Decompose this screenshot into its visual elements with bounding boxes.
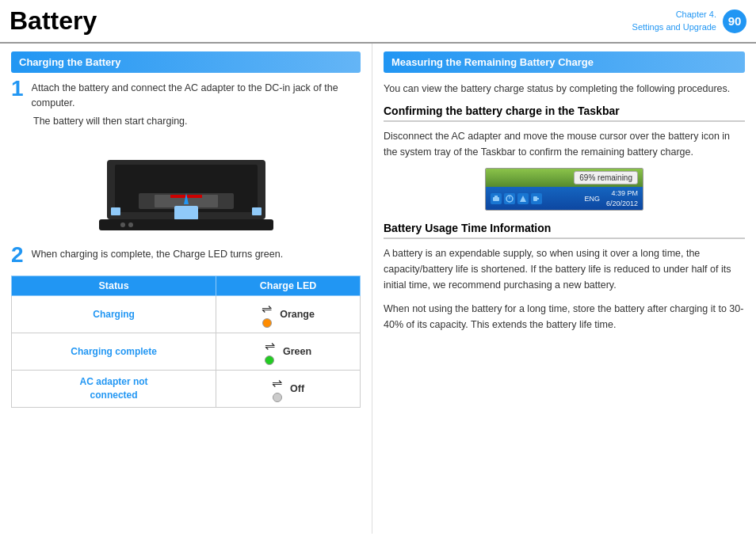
taskbar-subsection-title: Confirming the battery charge in the Tas… [384,105,745,122]
taskbar-icon4 [531,193,542,204]
step1-text: Attach the battery and connect the AC ad… [32,81,361,111]
charge-icon-off: ⇌ [272,375,282,390]
svg-point-11 [128,222,133,227]
step1-number: 1 [11,81,24,100]
svg-rect-17 [533,196,537,201]
charge-icon-charging: ⇌ [262,301,272,316]
taskbar-icon2 [504,193,515,204]
page-title: Battery [10,6,632,36]
main-content: Charging the Battery 1 Attach the batter… [0,44,756,534]
charge-icon-complete: ⇌ [265,338,275,353]
step1: 1 Attach the battery and connect the AC … [11,81,361,111]
taskbar-icon1 [491,193,502,204]
taskbar-screenshot: 69% remaining [485,168,643,211]
taskbar-top: 69% remaining [486,169,643,187]
svg-marker-16 [520,196,526,202]
status-charging-complete: Charging complete [12,333,216,371]
svg-rect-12 [493,197,499,201]
measuring-intro: You can view the battery charge status b… [384,81,745,97]
charge-led-charging: ⇌ Orange [216,296,361,333]
charge-led-complete: ⇌ Green [216,333,361,371]
step2-text: When charging is complete, the Charge LE… [32,247,361,262]
svg-rect-5 [174,206,198,220]
status-ac-not-connected: AC adapter notconnected [12,371,216,408]
table-row: AC adapter notconnected ⇌ Off [12,371,361,408]
battery-tooltip: 69% remaining [574,171,638,184]
chapter-label: Chapter 4. [632,9,716,21]
led-indicator-green [265,355,274,365]
taskbar-icon3 [517,193,529,204]
led-indicator-orange [262,318,272,328]
color-label-charging: Orange [280,309,315,320]
taskbar-lang: ENG [584,195,600,203]
svg-rect-8 [111,207,120,215]
svg-rect-18 [537,198,539,200]
taskbar-time-value: 4:39 PM [606,188,638,199]
svg-point-10 [120,222,125,227]
svg-rect-9 [252,207,262,215]
taskbar-bottom: ENG 4:39 PM 6/20/2012 [486,187,643,210]
page-header: Battery Chapter 4. Settings and Upgrade … [0,0,756,44]
taskbar-date-value: 6/20/2012 [606,199,638,209]
taskbar-time: 4:39 PM 6/20/2012 [606,188,638,208]
settings-label: Settings and Upgrade [632,21,716,33]
led-indicator-off [273,393,282,402]
color-label-off: Off [290,383,304,394]
table-header-charge-led: Charge LED [216,276,361,296]
svg-rect-13 [494,196,498,197]
status-charging: Charging [12,296,216,333]
charging-section-header: Charging the Battery [11,51,361,73]
chapter-info: Chapter 4. Settings and Upgrade [632,9,716,33]
battery-usage-para2: When not using the battery for a long ti… [384,301,745,333]
right-column: Measuring the Remaining Battery Charge Y… [372,44,756,534]
battery-usage-title: Battery Usage Time Information [384,222,745,239]
taskbar-icons [491,193,578,204]
step2-number: 2 [11,247,24,266]
table-header-status: Status [12,276,216,296]
page-number-badge: 90 [723,10,746,33]
color-label-complete: Green [283,346,311,357]
table-row: Charging ⇌ Orange [12,296,361,333]
battery-usage-para1: A battery is an expendable supply, so wh… [384,245,745,293]
left-column: Charging the Battery 1 Attach the batter… [0,44,372,534]
step2: 2 When charging is complete, the Charge … [11,247,361,270]
taskbar-body: Disconnect the AC adapter and move the m… [384,128,745,160]
measuring-section-header: Measuring the Remaining Battery Charge [384,51,745,73]
charge-led-table: Status Charge LED Charging ⇌ Orange [11,276,361,408]
table-row: Charging complete ⇌ Green [12,333,361,371]
laptop-illustration [11,136,361,239]
laptop-svg [91,136,281,239]
step1-subtext: The battery will then start charging. [33,116,361,127]
charge-led-off: ⇌ Off [216,371,361,408]
